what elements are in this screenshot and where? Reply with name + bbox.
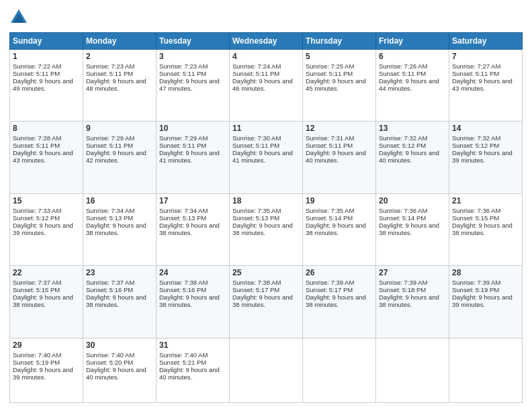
sunrise-label: Sunrise: 7:40 AM xyxy=(86,351,134,359)
calendar-cell: 22Sunrise: 7:37 AMSunset: 5:15 PMDayligh… xyxy=(10,266,83,338)
calendar-cell: 29Sunrise: 7:40 AMSunset: 5:19 PMDayligh… xyxy=(10,338,83,402)
day-number: 25 xyxy=(232,268,300,277)
daylight-label: Daylight: 9 hours and 45 minutes. xyxy=(306,77,366,92)
daylight-label: Daylight: 9 hours and 38 minutes. xyxy=(159,293,220,308)
sunrise-label: Sunrise: 7:40 AM xyxy=(13,351,61,359)
weekday-header-tuesday: Tuesday xyxy=(157,33,230,50)
sunset-label: Sunset: 5:11 PM xyxy=(13,142,60,149)
sunset-label: Sunset: 5:15 PM xyxy=(13,286,60,293)
sunrise-label: Sunrise: 7:30 AM xyxy=(232,134,281,142)
weekday-header-monday: Monday xyxy=(83,33,157,50)
daylight-label: Daylight: 9 hours and 39 minutes. xyxy=(452,149,513,164)
sunrise-label: Sunrise: 7:32 AM xyxy=(379,134,427,142)
sunset-label: Sunset: 5:14 PM xyxy=(306,214,353,222)
daylight-label: Daylight: 9 hours and 49 minutes. xyxy=(13,77,73,92)
calendar-cell: 8Sunrise: 7:28 AMSunset: 5:11 PMDaylight… xyxy=(10,122,83,193)
calendar-cell: 2Sunrise: 7:23 AMSunset: 5:11 PMDaylight… xyxy=(83,50,157,122)
sunrise-label: Sunrise: 7:39 AM xyxy=(306,279,354,286)
calendar-cell: 7Sunrise: 7:27 AMSunset: 5:11 PMDaylight… xyxy=(449,50,523,122)
sunrise-label: Sunrise: 7:35 AM xyxy=(232,207,281,214)
calendar-cell: 10Sunrise: 7:29 AMSunset: 5:11 PMDayligh… xyxy=(157,122,230,193)
week-row-5: 29Sunrise: 7:40 AMSunset: 5:19 PMDayligh… xyxy=(10,338,523,402)
sunrise-label: Sunrise: 7:38 AM xyxy=(232,279,281,286)
day-number: 4 xyxy=(232,52,300,61)
daylight-label: Daylight: 9 hours and 40 minutes. xyxy=(86,366,146,381)
sunset-label: Sunset: 5:11 PM xyxy=(13,70,60,77)
daylight-label: Daylight: 9 hours and 38 minutes. xyxy=(86,222,146,236)
calendar-cell: 3Sunrise: 7:23 AMSunset: 5:11 PMDaylight… xyxy=(157,50,230,122)
sunset-label: Sunset: 5:20 PM xyxy=(86,359,133,366)
calendar-cell: 6Sunrise: 7:26 AMSunset: 5:11 PMDaylight… xyxy=(376,50,449,122)
calendar-cell: 26Sunrise: 7:39 AMSunset: 5:17 PMDayligh… xyxy=(303,266,376,338)
page: SundayMondayTuesdayWednesdayThursdayFrid… xyxy=(0,0,532,411)
sunrise-label: Sunrise: 7:37 AM xyxy=(86,279,134,286)
week-row-4: 22Sunrise: 7:37 AMSunset: 5:15 PMDayligh… xyxy=(10,266,523,338)
calendar-cell: 31Sunrise: 7:40 AMSunset: 5:21 PMDayligh… xyxy=(157,338,230,402)
calendar-cell: 12Sunrise: 7:31 AMSunset: 5:11 PMDayligh… xyxy=(303,122,376,193)
sunset-label: Sunset: 5:16 PM xyxy=(86,286,133,293)
sunrise-label: Sunrise: 7:28 AM xyxy=(13,134,61,142)
calendar-cell: 9Sunrise: 7:29 AMSunset: 5:11 PMDaylight… xyxy=(83,122,157,193)
day-number: 10 xyxy=(159,124,226,133)
day-number: 22 xyxy=(13,268,80,277)
day-number: 15 xyxy=(13,196,80,205)
day-number: 18 xyxy=(232,196,300,205)
sunrise-label: Sunrise: 7:25 AM xyxy=(306,62,354,70)
sunrise-label: Sunrise: 7:23 AM xyxy=(86,62,134,70)
sunset-label: Sunset: 5:11 PM xyxy=(159,142,206,149)
calendar-cell: 20Sunrise: 7:36 AMSunset: 5:14 PMDayligh… xyxy=(376,193,449,265)
day-number: 5 xyxy=(306,52,373,61)
sunset-label: Sunset: 5:12 PM xyxy=(13,214,60,222)
daylight-label: Daylight: 9 hours and 38 minutes. xyxy=(13,293,73,308)
sunset-label: Sunset: 5:18 PM xyxy=(379,286,426,293)
sunset-label: Sunset: 5:11 PM xyxy=(159,70,206,77)
sunset-label: Sunset: 5:11 PM xyxy=(86,142,133,149)
daylight-label: Daylight: 9 hours and 43 minutes. xyxy=(452,77,513,92)
sunrise-label: Sunrise: 7:33 AM xyxy=(13,207,61,214)
daylight-label: Daylight: 9 hours and 38 minutes. xyxy=(159,222,220,236)
calendar-cell: 4Sunrise: 7:24 AMSunset: 5:11 PMDaylight… xyxy=(230,50,303,122)
calendar-cell: 13Sunrise: 7:32 AMSunset: 5:12 PMDayligh… xyxy=(376,122,449,193)
calendar-cell: 1Sunrise: 7:22 AMSunset: 5:11 PMDaylight… xyxy=(10,50,83,122)
calendar-cell: 25Sunrise: 7:38 AMSunset: 5:17 PMDayligh… xyxy=(230,266,303,338)
sunrise-label: Sunrise: 7:27 AM xyxy=(452,62,500,70)
sunset-label: Sunset: 5:11 PM xyxy=(306,70,353,77)
sunrise-label: Sunrise: 7:34 AM xyxy=(86,207,134,214)
sunrise-label: Sunrise: 7:29 AM xyxy=(159,134,208,142)
week-row-2: 8Sunrise: 7:28 AMSunset: 5:11 PMDaylight… xyxy=(10,122,523,193)
daylight-label: Daylight: 9 hours and 46 minutes. xyxy=(232,77,293,92)
daylight-label: Daylight: 9 hours and 41 minutes. xyxy=(232,149,293,164)
calendar-cell xyxy=(449,338,523,402)
weekday-header-wednesday: Wednesday xyxy=(230,33,303,50)
day-number: 6 xyxy=(379,52,446,61)
calendar-cell: 17Sunrise: 7:34 AMSunset: 5:13 PMDayligh… xyxy=(157,193,230,265)
day-number: 16 xyxy=(86,196,153,205)
sunset-label: Sunset: 5:19 PM xyxy=(13,359,60,366)
calendar-cell: 21Sunrise: 7:36 AMSunset: 5:15 PMDayligh… xyxy=(449,193,523,265)
daylight-label: Daylight: 9 hours and 48 minutes. xyxy=(86,77,146,92)
day-number: 30 xyxy=(86,340,153,350)
calendar-cell: 5Sunrise: 7:25 AMSunset: 5:11 PMDaylight… xyxy=(303,50,376,122)
day-number: 29 xyxy=(13,340,80,350)
day-number: 2 xyxy=(86,52,153,61)
day-number: 28 xyxy=(452,268,519,277)
daylight-label: Daylight: 9 hours and 38 minutes. xyxy=(306,293,366,308)
day-number: 31 xyxy=(159,340,226,350)
calendar-cell: 28Sunrise: 7:39 AMSunset: 5:19 PMDayligh… xyxy=(449,266,523,338)
calendar-cell: 11Sunrise: 7:30 AMSunset: 5:11 PMDayligh… xyxy=(230,122,303,193)
daylight-label: Daylight: 9 hours and 38 minutes. xyxy=(306,222,366,236)
calendar-cell xyxy=(303,338,376,402)
daylight-label: Daylight: 9 hours and 43 minutes. xyxy=(13,149,73,164)
sunrise-label: Sunrise: 7:32 AM xyxy=(452,134,500,142)
sunset-label: Sunset: 5:13 PM xyxy=(159,214,206,222)
logo-icon xyxy=(9,8,28,27)
day-number: 21 xyxy=(452,196,519,205)
weekday-header-thursday: Thursday xyxy=(303,33,376,50)
sunset-label: Sunset: 5:12 PM xyxy=(452,142,499,149)
daylight-label: Daylight: 9 hours and 47 minutes. xyxy=(159,77,220,92)
weekday-header-saturday: Saturday xyxy=(449,33,523,50)
sunrise-label: Sunrise: 7:38 AM xyxy=(159,279,208,286)
sunset-label: Sunset: 5:11 PM xyxy=(86,70,133,77)
day-number: 11 xyxy=(232,124,300,133)
day-number: 7 xyxy=(452,52,519,61)
